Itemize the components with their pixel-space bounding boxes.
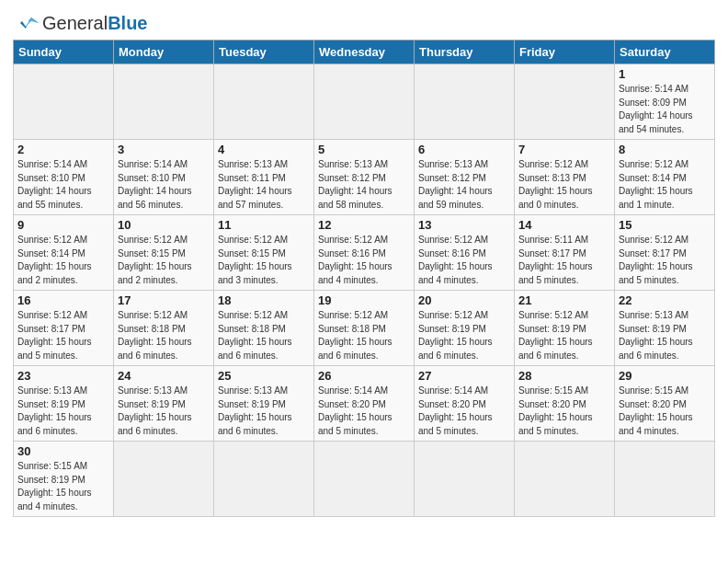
day-cell: 27Sunrise: 5:14 AM Sunset: 8:20 PM Dayli… xyxy=(415,366,515,442)
header-cell-thursday: Thursday xyxy=(415,40,515,64)
day-number: 23 xyxy=(17,369,109,383)
day-cell: 14Sunrise: 5:11 AM Sunset: 8:17 PM Dayli… xyxy=(515,215,615,291)
day-number: 7 xyxy=(518,143,610,156)
day-number: 16 xyxy=(17,293,109,307)
day-info: Sunrise: 5:12 AM Sunset: 8:18 PM Dayligh… xyxy=(218,309,310,362)
day-cell: 13Sunrise: 5:12 AM Sunset: 8:16 PM Dayli… xyxy=(415,215,515,291)
day-info: Sunrise: 5:15 AM Sunset: 8:20 PM Dayligh… xyxy=(619,385,711,438)
header-cell-monday: Monday xyxy=(114,40,214,64)
day-number: 25 xyxy=(218,369,310,383)
day-info: Sunrise: 5:12 AM Sunset: 8:19 PM Dayligh… xyxy=(418,309,510,362)
day-info: Sunrise: 5:14 AM Sunset: 8:20 PM Dayligh… xyxy=(418,385,510,438)
day-info: Sunrise: 5:12 AM Sunset: 8:16 PM Dayligh… xyxy=(318,234,410,287)
header-cell-friday: Friday xyxy=(515,40,615,64)
page: GeneralBlue SundayMondayTuesdayWednesday… xyxy=(0,0,728,530)
day-number: 27 xyxy=(418,369,510,383)
day-info: Sunrise: 5:12 AM Sunset: 8:18 PM Dayligh… xyxy=(118,309,210,362)
day-cell: 2Sunrise: 5:14 AM Sunset: 8:10 PM Daylig… xyxy=(14,140,114,215)
day-cell: 22Sunrise: 5:13 AM Sunset: 8:19 PM Dayli… xyxy=(615,291,715,366)
day-cell xyxy=(14,64,114,140)
day-info: Sunrise: 5:13 AM Sunset: 8:12 PM Dayligh… xyxy=(318,158,410,212)
day-cell: 23Sunrise: 5:13 AM Sunset: 8:19 PM Dayli… xyxy=(14,366,114,442)
day-info: Sunrise: 5:12 AM Sunset: 8:14 PM Dayligh… xyxy=(17,234,109,287)
day-number: 24 xyxy=(118,369,210,383)
day-cell: 19Sunrise: 5:12 AM Sunset: 8:18 PM Dayli… xyxy=(314,291,415,366)
day-info: Sunrise: 5:12 AM Sunset: 8:16 PM Dayligh… xyxy=(418,234,510,287)
day-info: Sunrise: 5:15 AM Sunset: 8:19 PM Dayligh… xyxy=(17,460,109,513)
day-cell xyxy=(515,64,615,140)
day-cell: 5Sunrise: 5:13 AM Sunset: 8:12 PM Daylig… xyxy=(314,140,415,215)
day-number: 8 xyxy=(619,143,711,156)
day-cell: 16Sunrise: 5:12 AM Sunset: 8:17 PM Dayli… xyxy=(14,291,114,366)
day-number: 5 xyxy=(318,143,410,156)
svg-marker-0 xyxy=(13,17,39,30)
day-cell: 6Sunrise: 5:13 AM Sunset: 8:12 PM Daylig… xyxy=(415,140,515,215)
calendar-header: SundayMondayTuesdayWednesdayThursdayFrid… xyxy=(14,40,715,64)
day-cell: 12Sunrise: 5:12 AM Sunset: 8:16 PM Dayli… xyxy=(314,215,415,291)
day-number: 14 xyxy=(518,218,610,232)
day-cell xyxy=(214,64,314,140)
day-info: Sunrise: 5:12 AM Sunset: 8:15 PM Dayligh… xyxy=(118,234,210,287)
day-number: 2 xyxy=(17,143,109,156)
day-info: Sunrise: 5:14 AM Sunset: 8:10 PM Dayligh… xyxy=(118,158,210,212)
week-row-1: 2Sunrise: 5:14 AM Sunset: 8:10 PM Daylig… xyxy=(14,140,715,215)
day-info: Sunrise: 5:12 AM Sunset: 8:18 PM Dayligh… xyxy=(318,309,410,362)
day-number: 26 xyxy=(318,369,410,383)
day-info: Sunrise: 5:13 AM Sunset: 8:19 PM Dayligh… xyxy=(17,385,109,438)
day-cell: 20Sunrise: 5:12 AM Sunset: 8:19 PM Dayli… xyxy=(415,291,515,366)
day-info: Sunrise: 5:13 AM Sunset: 8:19 PM Dayligh… xyxy=(619,309,711,362)
header-cell-wednesday: Wednesday xyxy=(314,40,415,64)
day-number: 13 xyxy=(418,218,510,232)
day-cell: 7Sunrise: 5:12 AM Sunset: 8:13 PM Daylig… xyxy=(515,140,615,215)
header-cell-sunday: Sunday xyxy=(14,40,114,64)
day-number: 3 xyxy=(118,143,210,156)
svg-marker-1 xyxy=(26,17,39,27)
day-info: Sunrise: 5:12 AM Sunset: 8:15 PM Dayligh… xyxy=(218,234,310,287)
day-cell: 24Sunrise: 5:13 AM Sunset: 8:19 PM Dayli… xyxy=(114,366,214,442)
day-info: Sunrise: 5:15 AM Sunset: 8:20 PM Dayligh… xyxy=(518,385,610,438)
day-number: 20 xyxy=(418,293,510,307)
day-cell: 3Sunrise: 5:14 AM Sunset: 8:10 PM Daylig… xyxy=(114,140,214,215)
day-cell xyxy=(415,442,515,517)
calendar-table: SundayMondayTuesdayWednesdayThursdayFrid… xyxy=(13,40,715,517)
day-cell xyxy=(314,442,415,517)
day-number: 19 xyxy=(318,293,410,307)
day-number: 9 xyxy=(17,218,109,232)
day-number: 21 xyxy=(518,293,610,307)
day-cell: 11Sunrise: 5:12 AM Sunset: 8:15 PM Dayli… xyxy=(214,215,314,291)
day-cell: 8Sunrise: 5:12 AM Sunset: 8:14 PM Daylig… xyxy=(615,140,715,215)
day-number: 29 xyxy=(619,369,711,383)
calendar-body: 1Sunrise: 5:14 AM Sunset: 8:09 PM Daylig… xyxy=(14,64,715,517)
week-row-5: 30Sunrise: 5:15 AM Sunset: 8:19 PM Dayli… xyxy=(14,442,715,517)
day-cell: 1Sunrise: 5:14 AM Sunset: 8:09 PM Daylig… xyxy=(615,64,715,140)
week-row-0: 1Sunrise: 5:14 AM Sunset: 8:09 PM Daylig… xyxy=(14,64,715,140)
day-info: Sunrise: 5:14 AM Sunset: 8:20 PM Dayligh… xyxy=(318,385,410,438)
logo-text: GeneralBlue xyxy=(42,13,148,34)
day-info: Sunrise: 5:12 AM Sunset: 8:17 PM Dayligh… xyxy=(17,309,109,362)
day-number: 15 xyxy=(619,218,711,232)
day-info: Sunrise: 5:14 AM Sunset: 8:10 PM Dayligh… xyxy=(17,158,109,212)
day-cell xyxy=(214,442,314,517)
day-number: 18 xyxy=(218,293,310,307)
logo: GeneralBlue xyxy=(13,9,148,34)
day-cell: 17Sunrise: 5:12 AM Sunset: 8:18 PM Dayli… xyxy=(114,291,214,366)
day-cell xyxy=(114,442,214,517)
day-cell: 10Sunrise: 5:12 AM Sunset: 8:15 PM Dayli… xyxy=(114,215,214,291)
day-cell xyxy=(114,64,214,140)
week-row-3: 16Sunrise: 5:12 AM Sunset: 8:17 PM Dayli… xyxy=(14,291,715,366)
day-number: 6 xyxy=(418,143,510,156)
day-number: 28 xyxy=(518,369,610,383)
header-cell-tuesday: Tuesday xyxy=(214,40,314,64)
day-cell xyxy=(415,64,515,140)
day-cell: 26Sunrise: 5:14 AM Sunset: 8:20 PM Dayli… xyxy=(314,366,415,442)
day-info: Sunrise: 5:12 AM Sunset: 8:13 PM Dayligh… xyxy=(518,158,610,212)
day-cell xyxy=(515,442,615,517)
day-number: 30 xyxy=(17,444,109,458)
header-cell-saturday: Saturday xyxy=(615,40,715,64)
week-row-4: 23Sunrise: 5:13 AM Sunset: 8:19 PM Dayli… xyxy=(14,366,715,442)
day-cell: 15Sunrise: 5:12 AM Sunset: 8:17 PM Dayli… xyxy=(615,215,715,291)
day-cell xyxy=(615,442,715,517)
day-info: Sunrise: 5:13 AM Sunset: 8:12 PM Dayligh… xyxy=(418,158,510,212)
day-cell: 4Sunrise: 5:13 AM Sunset: 8:11 PM Daylig… xyxy=(214,140,314,215)
day-info: Sunrise: 5:13 AM Sunset: 8:19 PM Dayligh… xyxy=(218,385,310,438)
